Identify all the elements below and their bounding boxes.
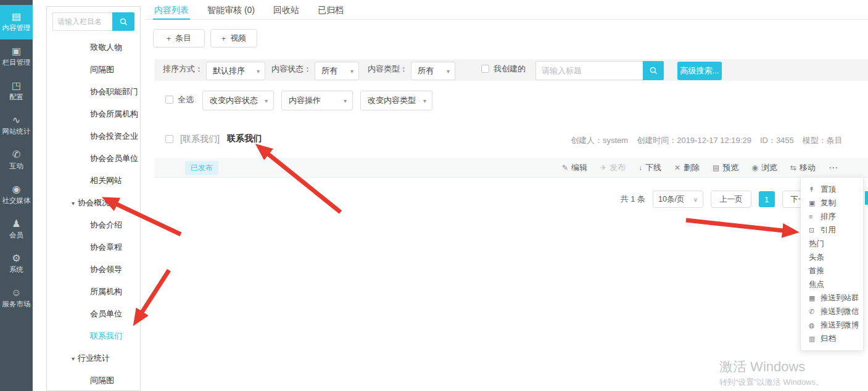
tab-archived[interactable]: 已归档 (316, 0, 345, 20)
menu-item-label: 头条 (809, 252, 824, 263)
column-item[interactable]: 协会会员单位 (47, 147, 140, 170)
browse-icon: ◉ (751, 163, 758, 172)
column-item[interactable]: 间隔图 (47, 59, 140, 81)
pagination: 共 1 条 10条/页 ∨ 上一页 1 下一页 (621, 191, 822, 208)
move-icon: ⇆ (790, 163, 796, 172)
sidebar-item-label: 栏目管理 (2, 58, 31, 67)
sidebar-item-label: 内容管理 (2, 23, 31, 33)
sort-select-value: 默认排序 (213, 65, 245, 76)
content-operation-select[interactable]: 内容操作 ▾ (281, 91, 353, 110)
social-media-icon: ◉ (12, 184, 21, 194)
sort-icon: ≡ (809, 213, 820, 220)
change-type-select[interactable]: 改变内容类型 ▾ (360, 91, 432, 110)
menu-item-first-push[interactable]: 首推 (801, 264, 863, 278)
sidebar-item-column-manage[interactable]: ▣ 栏目管理 (0, 39, 33, 74)
row-title[interactable]: 联系我们 (227, 133, 262, 144)
menu-item-push-weibo[interactable]: ◍ 推送到微博 (801, 318, 863, 332)
column-group-label: 协会概况 (78, 198, 110, 207)
column-item[interactable]: 协会所属机构 (47, 103, 140, 125)
add-entry-label: 条目 (175, 33, 191, 44)
type-select[interactable]: 所有 ▾ (411, 62, 455, 80)
column-search-button[interactable] (112, 12, 134, 31)
system-icon: ⚙ (12, 253, 20, 263)
tab-recycle-bin[interactable]: 回收站 (272, 0, 300, 20)
menu-item-label: 推送到微信 (820, 307, 859, 317)
edit-button[interactable]: ✎ 编辑 (562, 162, 587, 173)
column-item[interactable]: 协会职能部门 (47, 81, 140, 103)
search-icon (119, 17, 128, 27)
column-item[interactable]: 相关网站 (47, 170, 140, 192)
sidebar-item-label: 服务市场 (2, 300, 31, 309)
column-group-association-overview[interactable]: ▾协会概况 (47, 192, 140, 214)
sidebar-item-config[interactable]: ◳ 配置 (0, 74, 33, 109)
menu-item-headline[interactable]: 头条 (801, 250, 863, 264)
menu-item-label: 排序 (820, 212, 836, 222)
prev-page-button[interactable]: 上一页 (711, 191, 751, 208)
sidebar-item-member[interactable]: ♟ 会员 (0, 212, 33, 247)
menu-item-quote[interactable]: ⊡ 引用 (801, 223, 863, 237)
sidebar-item-content-manage[interactable]: ▤ 内容管理 (0, 5, 33, 39)
page-jump-input-clipped[interactable] (865, 191, 868, 205)
change-state-select[interactable]: 改变内容状态 ▾ (202, 91, 274, 110)
column-item[interactable]: 协会章程 (47, 236, 140, 258)
offline-button[interactable]: ↓ 下线 (639, 162, 661, 173)
add-entry-button[interactable]: + 条目 (153, 29, 205, 47)
status-select[interactable]: 所有 ▾ (315, 62, 359, 80)
menu-item-focus[interactable]: 焦点 (801, 278, 863, 291)
column-search (52, 12, 134, 31)
sidebar-item-service-market[interactable]: ☺ 服务市场 (0, 281, 33, 316)
created-time-value: 创建时间：2019-12-17 12:19:29 (637, 135, 751, 146)
more-actions-button[interactable]: ⋯ (829, 162, 838, 173)
tab-smart-review[interactable]: 智能审核 (0) (206, 0, 256, 20)
advanced-search-button[interactable]: 高级搜索... (677, 62, 722, 80)
menu-item-copy[interactable]: ▣ 复制 (801, 196, 863, 210)
title-search-input[interactable] (535, 61, 643, 80)
menu-item-archive[interactable]: ▥ 归档 (801, 332, 863, 345)
total-count: 共 1 条 (621, 194, 645, 205)
sidebar-item-interaction[interactable]: ✆ 互动 (0, 143, 33, 178)
column-item-contact-us[interactable]: 联系我们 (47, 325, 140, 347)
select-all-checkbox[interactable] (165, 96, 173, 104)
sidebar-item-label: 互动 (9, 162, 23, 171)
current-page[interactable]: 1 (759, 191, 775, 207)
title-search-button[interactable] (643, 61, 664, 80)
menu-item-sort[interactable]: ≡ 排序 (801, 210, 863, 223)
windows-activation-watermark: 激活 Windows 转到“设置”以激活 Windows。 (719, 359, 824, 388)
arrow-to-quote-menu-item (686, 220, 795, 232)
created-by-me-checkbox[interactable] (481, 65, 489, 73)
row-checkbox[interactable] (165, 135, 173, 143)
chevron-down-icon: ▾ (72, 355, 75, 362)
column-item[interactable]: 致敬人物 (47, 36, 140, 59)
preview-button[interactable]: ▤ 预览 (713, 162, 738, 173)
page-size-select[interactable]: 10条/页 ∨ (653, 191, 703, 208)
sidebar-item-label: 配置 (9, 93, 23, 102)
column-group-industry-stats[interactable]: ▾行业统计 (47, 347, 140, 369)
menu-item-push-wechat[interactable]: ✆ 推送到微信 (801, 305, 863, 318)
column-search-input[interactable] (52, 12, 112, 31)
row-category: [联系我们] (180, 134, 220, 145)
sidebar-item-site-stats[interactable]: ∿ 网站统计 (0, 109, 33, 143)
menu-item-push-sitegroup[interactable]: ▦ 推送到站群 (801, 291, 863, 305)
move-button[interactable]: ⇆ 移动 (790, 162, 816, 173)
add-video-button[interactable]: + 视频 (210, 29, 257, 47)
column-item[interactable]: 协会投资企业 (47, 125, 140, 147)
status-select-value: 所有 (321, 65, 337, 76)
column-item[interactable]: 协会领导 (47, 258, 140, 281)
column-item[interactable]: 会员单位 (47, 303, 140, 325)
created-by-me-label: 我创建的 (494, 64, 526, 75)
tab-content-list[interactable]: 内容列表 (153, 0, 190, 20)
sidebar-item-system[interactable]: ⚙ 系统 (0, 247, 33, 281)
menu-item-hot[interactable]: 热门 (801, 237, 863, 250)
column-item[interactable]: 间隔图 (47, 369, 140, 391)
publish-button[interactable]: ✈ 发布 (600, 162, 626, 173)
column-item[interactable]: 协会介绍 (47, 214, 140, 236)
menu-item-label: 引用 (820, 225, 836, 236)
chevron-down-icon: ▾ (72, 200, 75, 207)
menu-item-label: 推送到微博 (820, 320, 859, 331)
menu-item-pin-top[interactable]: ↟ 置顶 (801, 183, 863, 196)
column-item[interactable]: 所属机构 (47, 281, 140, 303)
sort-select[interactable]: 默认排序 ▾ (206, 62, 265, 80)
sidebar-item-social-media[interactable]: ◉ 社交媒体 (0, 178, 33, 212)
browse-button[interactable]: ◉ 浏览 (751, 162, 777, 173)
delete-button[interactable]: ✕ 删除 (674, 162, 700, 173)
